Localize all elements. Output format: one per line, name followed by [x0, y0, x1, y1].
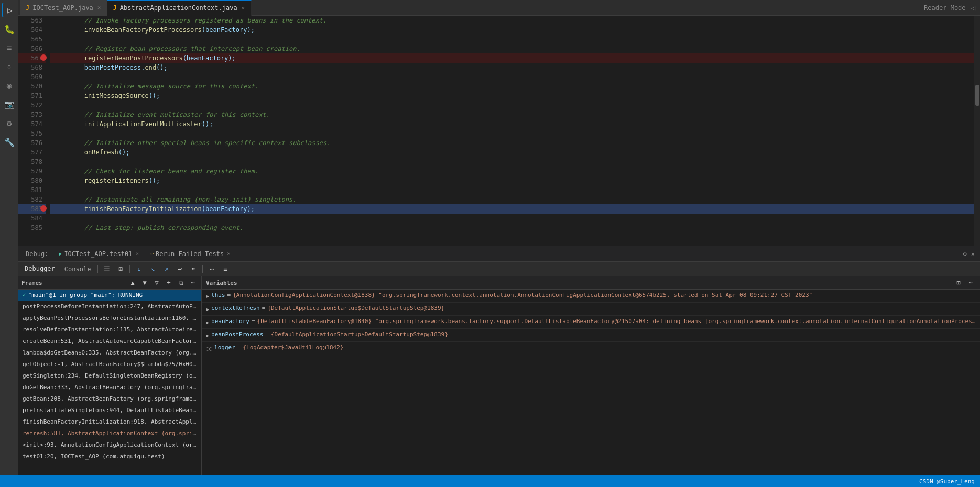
run-icon[interactable]: ▷ [2, 3, 17, 17]
java-file-icon-2: J [113, 4, 116, 12]
debug-tab-close-1[interactable]: × [226, 250, 232, 258]
frame-item-9[interactable]: getBean:208, AbstractBeanFactory (org.sp… [18, 393, 201, 405]
main-content: J IOCTest_AOP.java × J AbstractApplicati… [18, 0, 980, 487]
variables-panel: Variables ⊞ ⋯ ▶this={AnnotationConfigApp… [202, 276, 980, 487]
tab-close-abstract[interactable]: × [241, 4, 246, 12]
frame-item-2[interactable]: applyBeanPostProcessorsBeforeInstantiati… [18, 313, 201, 324]
frame-item-13[interactable]: <init>:93, AnnotationConfigApplicationCo… [18, 439, 201, 451]
status-bar: CSDN @Super_Leng [0, 475, 980, 487]
frame-item-10[interactable]: preInstantiateSingletons:944, DefaultLis… [18, 405, 201, 416]
debugger-tab-label: Debugger [25, 265, 55, 272]
frame-item-8[interactable]: doGetBean:333, AbstractBeanFactory (org.… [18, 382, 201, 393]
gear-icon[interactable]: ⚙ [2, 116, 17, 130]
code-line-563: // Invoke factory processors registered … [50, 16, 974, 25]
step-into-btn[interactable]: ↘ [146, 263, 159, 275]
code-line-567: registerBeanPostProcessors(beanFactory); [50, 53, 974, 63]
frames-add-btn[interactable]: + [164, 278, 174, 287]
debugger-tab[interactable]: Debugger [20, 261, 59, 277]
line-number-567: 567 [18, 53, 46, 63]
line-number-576: 576 [18, 138, 46, 148]
camera-icon[interactable]: 📷 [2, 97, 17, 112]
debug-tab-rerun[interactable]: ↩ Rerun Failed Tests × [146, 246, 236, 262]
layout-btn[interactable]: ☰ [101, 263, 113, 275]
line-number-573: 573 [18, 110, 46, 119]
frame-item-6[interactable]: getObject:-1, AbstractBeanFactory$$Lambd… [18, 359, 201, 370]
line-number-564: 564 [18, 25, 46, 35]
tab-close-ioctest[interactable]: × [96, 4, 102, 12]
code-line-573: // Initialize event multicaster for this… [50, 110, 974, 119]
frames-more-btn[interactable]: ⋯ [188, 278, 198, 287]
console-tab[interactable]: Console [60, 261, 95, 277]
evaluate-btn[interactable]: ≈ [187, 263, 200, 275]
frame-item-1[interactable]: postProcessBeforeInstantiation:247, Abst… [18, 301, 201, 313]
debug-settings-icon[interactable]: ⚙ [963, 250, 967, 258]
debug-close-icon[interactable]: ✕ [969, 250, 977, 258]
toolbar-separator-3 [202, 265, 203, 273]
line-number-579: 579 [18, 167, 46, 176]
status-text: CSDN @Super_Leng [919, 478, 975, 485]
code-line-584 [50, 214, 974, 223]
line-number-582: 582 [18, 195, 46, 204]
code-line-575 [50, 129, 974, 138]
var-row-0[interactable]: ▶this={AnnotationConfigApplicationContex… [202, 290, 980, 303]
line-number-570: 570 [18, 82, 46, 91]
line-number-568: 568 [18, 63, 46, 72]
run-to-cursor-btn[interactable]: ↩ [173, 263, 186, 275]
frames-copy-btn[interactable]: ⧉ [176, 278, 186, 287]
rerun-icon: ↩ [150, 251, 154, 257]
bug-icon[interactable]: 🐛 [2, 21, 17, 36]
var-filter-btn[interactable]: ⋯ [965, 278, 976, 287]
frame-item-4[interactable]: createBean:531, AbstractAutowireCapableB… [18, 336, 201, 347]
line-number-584: 584 [18, 214, 46, 223]
tab-ioctest-aop[interactable]: J IOCTest_AOP.java × [20, 0, 107, 16]
frames-up-btn[interactable]: ▲ [127, 278, 138, 287]
var-row-1[interactable]: ▶contextRefresh={DefaultApplicationStart… [202, 303, 980, 316]
frame-item-3[interactable]: resolveBeforeInstantiation:1135, Abstrac… [18, 324, 201, 336]
tab-label-ioctest: IOCTest_AOP.java [32, 4, 93, 12]
code-line-566: // Register bean processors that interce… [50, 44, 974, 53]
code-content: // Invoke factory processors registered … [50, 16, 974, 246]
var-row-2[interactable]: ▶beanFactory={DefaultListableBeanFactory… [202, 316, 980, 329]
debug-tab-close-0[interactable]: × [134, 250, 140, 258]
code-line-572 [50, 101, 974, 110]
run-small-icon: ▶ [59, 251, 62, 257]
frame-item-7[interactable]: getSingleton:234, DefaultSingletonBeanRe… [18, 370, 201, 382]
code-line-579: // Check for listener beans and register… [50, 167, 974, 176]
debug-tab-ioctest[interactable]: ▶ IOCTest_AOP.test01 × [55, 246, 144, 262]
line-number-577: 577 [18, 148, 46, 157]
tools-icon[interactable]: 🔧 [2, 135, 17, 149]
list-btn[interactable]: ≡ [219, 263, 232, 275]
code-line-570: // Initialize message source for this co… [50, 82, 974, 91]
var-row-3[interactable]: ▶beanPostProcess={DefaultApplicationStar… [202, 329, 980, 342]
expand-icon[interactable]: ◁ [971, 4, 978, 12]
frame-item-0[interactable]: ✓"main"@1 in group "main": RUNNING [18, 290, 201, 301]
line-numbers: 5635645655665675685695705715725735745755… [18, 16, 50, 246]
more-btn[interactable]: ⋯ [205, 263, 218, 275]
frames-filter-btn[interactable]: ▽ [151, 278, 162, 287]
line-number-572: 572 [18, 101, 46, 110]
code-line-565 [50, 35, 974, 44]
frame-item-14[interactable]: test01:20, IOCTest_AOP (com.atguigu.test… [18, 451, 201, 462]
frames-down-btn[interactable]: ▼ [139, 278, 150, 287]
frame-item-5[interactable]: lambda$doGetBean$0:335, AbstractBeanFact… [18, 347, 201, 359]
frame-item-12[interactable]: refresh:583, AbstractApplicationContext … [18, 428, 201, 439]
variables-header: Variables [206, 280, 237, 286]
variables-list: ▶this={AnnotationConfigApplicationContex… [202, 290, 980, 355]
code-line-581 [50, 185, 974, 195]
search-icon[interactable]: ⌖ [2, 59, 17, 74]
breakpoints-icon[interactable]: ◉ [2, 78, 17, 93]
line-number-571: 571 [18, 91, 46, 101]
frame-item-11[interactable]: finishBeanFactoryInitialization:918, Abs… [18, 416, 201, 428]
line-number-569: 569 [18, 72, 46, 82]
toolbar-separator-1 [97, 265, 98, 273]
step-over-btn[interactable]: ↓ [133, 263, 145, 275]
tab-abstract-app-context[interactable]: J AbstractApplicationContext.java × [107, 0, 252, 16]
var-row-4[interactable]: ○○logger={LogAdapter$JavaUtilLog@1842} [202, 342, 980, 355]
code-line-574: initApplicationEventMulticaster(); [50, 119, 974, 129]
code-line-585: // Last step: publish corresponding even… [50, 223, 974, 233]
restore-layout-btn[interactable]: ⊞ [114, 263, 127, 275]
structure-icon[interactable]: ≡ [2, 40, 17, 55]
step-out-btn[interactable]: ↗ [160, 263, 172, 275]
debug-tabs-bar: Debug: ▶ IOCTest_AOP.test01 × ↩ Rerun Fa… [18, 246, 980, 262]
var-sort-btn[interactable]: ⊞ [953, 278, 964, 287]
